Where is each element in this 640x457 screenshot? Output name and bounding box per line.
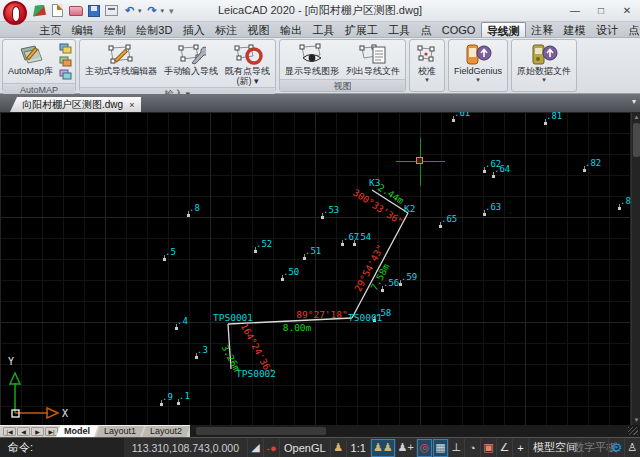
show-traverse-graphic-button[interactable]: 显示导线图形	[282, 41, 342, 78]
menu-tab-5[interactable]: 标注	[210, 22, 242, 37]
layout-tab-layout1[interactable]: Layout1	[96, 426, 144, 437]
vertical-scroll-thumb[interactable]	[633, 123, 640, 157]
raw-data-file-button[interactable]: 原始数据文件 ▾	[514, 41, 574, 90]
menu-tab-13[interactable]: 导线测	[481, 22, 526, 37]
settings-gear-icon[interactable]: ⚙	[608, 439, 624, 457]
traverse-ring-icon	[233, 42, 263, 66]
menu-tab-10[interactable]: 工具	[383, 22, 415, 37]
horizontal-scrollbar[interactable]	[190, 425, 640, 437]
grid-icon[interactable]: ▦	[432, 439, 448, 457]
app-logo-button[interactable]	[3, 1, 27, 25]
layout-nav-0[interactable]: |◀	[3, 427, 16, 436]
layout-nav-3[interactable]: ▶|	[45, 427, 58, 436]
point-label: .59	[401, 273, 417, 282]
undo-icon[interactable]: ↶	[122, 3, 137, 18]
point-marker	[303, 257, 306, 260]
menu-tab-4[interactable]: 插入	[178, 22, 210, 37]
horizontal-scroll-thumb[interactable]	[196, 427, 326, 435]
calibrate-button[interactable]: 校准 ▾	[412, 41, 442, 90]
layout-tab-layout2[interactable]: Layout2	[142, 426, 190, 437]
angle-icon[interactable]: ∠	[496, 439, 512, 457]
layout-nav-1[interactable]: ◀	[17, 427, 30, 436]
document-tab-close-icon[interactable]: ×	[129, 100, 134, 110]
ribbon: AutoMap库 AutoMAP	[0, 38, 640, 94]
plot-icon[interactable]	[104, 3, 119, 18]
layout-tab-bar: |◀◀▶▶|ModelLayout1Layout2	[0, 425, 640, 437]
station-label-k2: K2	[404, 204, 415, 214]
point-label: .51	[305, 247, 321, 256]
open-file-icon[interactable]	[68, 3, 83, 18]
maximize-button[interactable]: □	[588, 1, 614, 21]
menu-tab-12[interactable]: COGO	[437, 22, 481, 37]
menu-tab-8[interactable]: 工具	[307, 22, 339, 37]
point-marker	[618, 207, 621, 210]
digitizer-toggle[interactable]: 数字平板	[581, 439, 608, 457]
menu-tab-1[interactable]: 编辑	[66, 22, 98, 37]
point-label: .8	[189, 204, 200, 213]
menu-tab-2[interactable]: 绘制	[99, 22, 131, 37]
crosshair-pickbox	[416, 157, 423, 164]
save-icon[interactable]	[86, 3, 101, 18]
drawing-canvas[interactable]: .8.5.52.51.50.4.3.9.1.53.61.62.64.63.65.…	[0, 112, 640, 425]
menu-tab-17[interactable]: 点云	[623, 22, 640, 37]
automap-lib-button[interactable]: AutoMap库	[5, 41, 56, 82]
user-add-icon[interactable]: ♟+	[395, 439, 416, 457]
tab-list-dropdown-icon[interactable]: ▾	[632, 97, 636, 106]
traverse-eye-icon	[297, 42, 327, 66]
dyn-icon[interactable]: +	[512, 439, 528, 457]
users-icon[interactable]: ♟♟	[370, 439, 395, 457]
manual-input-traverse-button[interactable]: 手动输入导线	[161, 41, 221, 86]
automap-export-icon[interactable]	[57, 68, 73, 81]
document-tab[interactable]: 向阳村棚户区测图.dwg ×	[10, 97, 141, 112]
qat-customize-icon[interactable]: ▾	[169, 6, 174, 16]
menu-tab-0[interactable]: 主页	[34, 22, 66, 37]
polar-icon[interactable]: ◔	[464, 439, 480, 457]
slope-indicator-icon[interactable]: ◢	[247, 439, 263, 457]
undo-dropdown-icon[interactable]: ▾	[138, 7, 142, 15]
user-icon[interactable]: ♟	[330, 439, 346, 457]
point-label: .63	[485, 203, 501, 212]
document-tab-bar: 向阳村棚户区测图.dwg × ▾	[0, 94, 640, 112]
snap-target-icon[interactable]: ◎	[416, 439, 432, 457]
point-marker	[281, 278, 284, 281]
point-label: .81	[546, 112, 562, 121]
menu-tab-15[interactable]: 建模	[558, 22, 590, 37]
point-marker	[381, 289, 384, 292]
scroll-down-icon[interactable]: ▼	[632, 415, 640, 425]
list-traverse-file-button[interactable]: 列出导线文件	[343, 41, 403, 78]
close-button[interactable]: ✕	[614, 1, 640, 21]
map-tool-icon[interactable]	[32, 3, 47, 18]
menu-tab-9[interactable]: 扩展工	[339, 22, 382, 37]
existing-point-traverse-button[interactable]: 既有点导线 (新) ▾	[222, 41, 273, 86]
vertical-scrollbar[interactable]: ▲ ▼	[631, 112, 640, 425]
raw-data-icon	[529, 42, 559, 66]
menu-tab-7[interactable]: 输出	[275, 22, 307, 37]
layout-nav-2[interactable]: ▶	[31, 427, 44, 436]
automap-edit-icon[interactable]	[57, 55, 73, 68]
point-marker	[483, 170, 486, 173]
osnap-icon[interactable]: ▣	[480, 439, 496, 457]
redo-dropdown-icon[interactable]: ▾	[161, 7, 165, 15]
menu-tab-16[interactable]: 设计	[591, 22, 623, 37]
menu-tab-6[interactable]: 视图	[242, 22, 274, 37]
automap-layers-icon[interactable]	[57, 42, 73, 55]
status-toggle-group: ◢-●OpenGL♟1:1♟♟♟+◎▦⊥◔▣∠+	[247, 439, 528, 457]
point-marker	[583, 169, 586, 172]
user-status-icon[interactable]: ♙	[624, 439, 640, 457]
scroll-up-icon[interactable]: ▲	[632, 112, 640, 122]
point-label: .52	[256, 240, 272, 249]
new-file-icon[interactable]	[50, 3, 65, 18]
menu-tab-14[interactable]: 注释	[526, 22, 558, 37]
command-line[interactable]: 命令:	[0, 438, 124, 457]
fieldgenius-button[interactable]: FieldGenius ▾	[451, 41, 505, 90]
active-traverse-editor-button[interactable]: 主动式导线编辑器	[82, 41, 160, 86]
marker-toggle-icon[interactable]: -●	[263, 439, 279, 457]
point-label: .53	[323, 206, 339, 215]
menu-tab-3[interactable]: 绘制3D	[131, 22, 177, 37]
minimize-button[interactable]: —	[562, 1, 588, 21]
distance-annotation: 8.00m	[283, 322, 312, 333]
ortho-icon[interactable]: ⊥	[448, 439, 464, 457]
layout-tab-model[interactable]: Model	[56, 426, 98, 437]
redo-icon[interactable]: ↷	[145, 3, 160, 18]
menu-tab-11[interactable]: 点	[415, 22, 436, 37]
